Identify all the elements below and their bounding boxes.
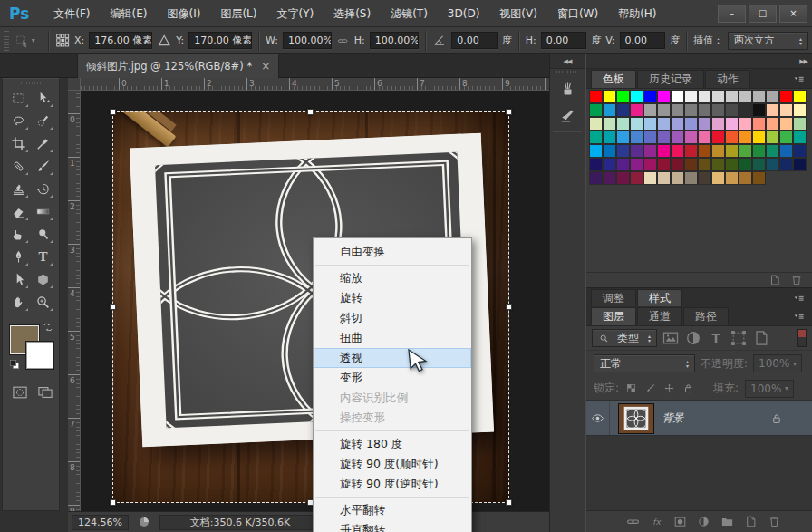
document-tab[interactable]: 倾斜图片.jpg @ 125%(RGB/8#) * × — [77, 54, 279, 78]
color-swatch[interactable] — [725, 90, 739, 103]
panel-menu-icon[interactable] — [790, 293, 807, 305]
maximize-button[interactable]: □ — [749, 5, 777, 23]
color-swatch[interactable] — [616, 117, 630, 131]
new-adjustment-layer-button[interactable] — [697, 515, 710, 528]
v-skew-input[interactable]: 0.00 — [620, 32, 665, 49]
tab-layers[interactable]: 图层 — [591, 307, 636, 325]
quick-mask-icon[interactable] — [10, 383, 30, 401]
color-swatch[interactable] — [752, 90, 766, 103]
hand-tool[interactable] — [6, 291, 31, 314]
color-swatch[interactable] — [793, 158, 807, 171]
color-swatch[interactable] — [711, 90, 725, 103]
context-menu-item-13[interactable]: 旋转 90 度(逆时针) — [314, 474, 471, 494]
menu-item-6[interactable]: 滤镜(T) — [381, 0, 438, 27]
minimize-button[interactable]: – — [718, 5, 746, 23]
color-swatch[interactable] — [698, 90, 711, 103]
color-swatch[interactable] — [671, 171, 684, 185]
swap-colors-icon[interactable] — [41, 320, 55, 334]
delete-layer-button[interactable] — [768, 515, 781, 528]
tab-actions[interactable]: 动作 — [705, 70, 750, 88]
color-swatch[interactable] — [725, 144, 739, 158]
color-swatch[interactable] — [711, 117, 725, 131]
context-menu-item-0[interactable]: 自由变换 — [314, 242, 471, 262]
menu-item-5[interactable]: 选择(S) — [324, 0, 381, 27]
rectangular-marquee-tool[interactable] — [6, 87, 31, 110]
menu-item-7[interactable]: 3D(D) — [438, 0, 489, 27]
menu-item-2[interactable]: 图像(I) — [158, 0, 211, 27]
adobe-drive-icon[interactable] — [138, 516, 150, 528]
menu-item-10[interactable]: 帮助(H) — [608, 0, 666, 27]
color-swatch[interactable] — [698, 158, 711, 171]
color-swatch[interactable] — [630, 171, 643, 185]
tab-styles[interactable]: 样式 — [637, 289, 682, 307]
color-swatch[interactable] — [766, 90, 779, 103]
color-swatch[interactable] — [603, 158, 616, 171]
lock-button[interactable] — [682, 382, 694, 394]
color-swatch[interactable] — [603, 103, 616, 117]
move-tool[interactable] — [31, 87, 55, 110]
color-swatch[interactable] — [684, 103, 698, 117]
spot-healing-brush-tool[interactable] — [6, 155, 31, 178]
color-swatch[interactable] — [616, 103, 630, 117]
color-swatch[interactable] — [711, 158, 725, 171]
blend-mode-select[interactable]: 正常 — [594, 354, 695, 372]
color-swatch[interactable] — [725, 158, 739, 171]
panel-collapse-button[interactable]: ▶▶ — [586, 54, 812, 69]
color-swatch[interactable] — [793, 90, 807, 103]
color-swatch[interactable] — [725, 131, 739, 144]
transform-handle-bottom-left[interactable] — [110, 499, 116, 506]
options-bar-grip[interactable] — [4, 31, 9, 51]
color-swatch[interactable] — [643, 144, 657, 158]
lock-transparent-button[interactable] — [625, 382, 637, 394]
color-swatch[interactable] — [657, 103, 671, 117]
link-wh-icon[interactable] — [336, 35, 349, 46]
color-swatch[interactable] — [684, 144, 698, 158]
brush-tool[interactable] — [31, 155, 55, 178]
color-swatch[interactable] — [589, 103, 603, 117]
color-swatch[interactable] — [603, 117, 616, 131]
transform-handle-bottom-right[interactable] — [506, 499, 512, 506]
color-swatch[interactable] — [752, 103, 766, 117]
context-menu-item-15[interactable]: 水平翻转 — [314, 500, 471, 520]
color-swatch[interactable] — [739, 117, 752, 131]
context-menu-item-3[interactable]: 旋转 — [314, 288, 471, 308]
color-swatch[interactable] — [630, 158, 643, 171]
color-swatch[interactable] — [657, 117, 671, 131]
history-brush-tool[interactable] — [31, 178, 55, 200]
color-swatch[interactable] — [671, 103, 684, 117]
color-swatch[interactable] — [684, 171, 698, 185]
color-swatch[interactable] — [698, 144, 711, 158]
color-swatch[interactable] — [603, 144, 616, 158]
menu-item-9[interactable]: 窗口(W) — [547, 0, 608, 27]
color-swatch[interactable] — [630, 90, 643, 103]
color-swatch[interactable] — [657, 171, 671, 185]
color-swatch[interactable] — [684, 117, 698, 131]
color-swatch[interactable] — [671, 117, 684, 131]
color-swatch[interactable] — [630, 103, 643, 117]
transform-handle-top-right[interactable] — [506, 109, 512, 115]
crop-tool[interactable] — [6, 132, 31, 155]
color-swatch[interactable] — [589, 158, 603, 171]
color-swatch[interactable] — [739, 131, 752, 144]
color-swatch[interactable] — [603, 131, 616, 144]
color-swatch[interactable] — [589, 131, 603, 144]
lock-position-button[interactable] — [663, 382, 675, 394]
color-swatch[interactable] — [779, 117, 793, 131]
transform-handle-top-middle[interactable] — [307, 109, 314, 115]
color-swatch[interactable] — [671, 131, 684, 144]
context-menu-item-12[interactable]: 旋转 90 度(顺时针) — [314, 454, 471, 474]
panel-menu-icon[interactable] — [790, 73, 807, 85]
color-swatch[interactable] — [752, 171, 766, 185]
color-swatch[interactable] — [671, 158, 684, 171]
brush-presets-panel-button[interactable] — [555, 77, 580, 101]
color-swatch[interactable] — [711, 144, 725, 158]
h-skew-input[interactable]: 0.00 — [541, 32, 586, 49]
color-swatch[interactable] — [739, 144, 752, 158]
context-menu-item-16[interactable]: 垂直翻转 — [314, 520, 471, 532]
color-swatch[interactable] — [698, 103, 711, 117]
lasso-tool[interactable] — [6, 110, 31, 132]
color-swatch[interactable] — [766, 117, 779, 131]
height-input[interactable]: 100.00% — [370, 32, 419, 49]
menu-item-4[interactable]: 文字(Y) — [266, 0, 324, 27]
pen-tool[interactable] — [6, 246, 31, 268]
